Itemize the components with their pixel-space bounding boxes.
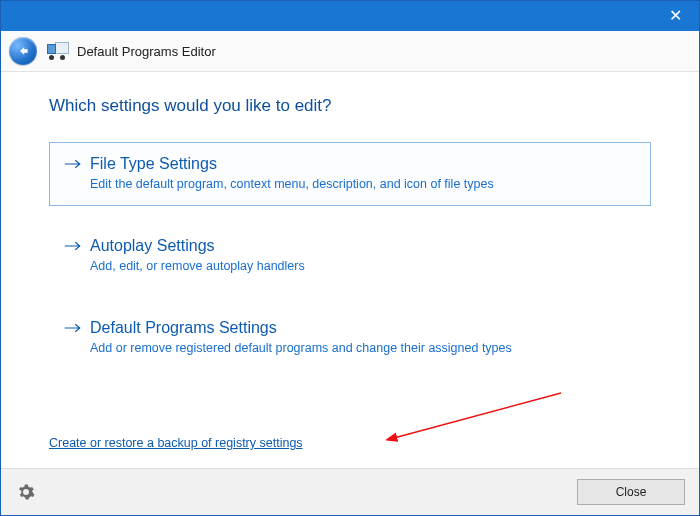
option-file-type-settings[interactable]: File Type Settings Edit the default prog… (49, 142, 651, 206)
svg-line-0 (394, 393, 561, 438)
gear-icon (17, 483, 35, 501)
option-default-programs-settings[interactable]: Default Programs Settings Add or remove … (49, 306, 651, 370)
backup-link[interactable]: Create or restore a backup of registry s… (49, 436, 303, 450)
arrow-right-icon (64, 237, 84, 256)
option-autoplay-settings[interactable]: Autoplay Settings Add, edit, or remove a… (49, 224, 651, 288)
back-button[interactable] (9, 37, 37, 65)
close-button-label: Close (616, 485, 647, 499)
close-button[interactable]: Close (577, 479, 685, 505)
arrow-right-icon (64, 155, 84, 174)
window-close-button[interactable]: ✕ (655, 2, 695, 30)
settings-gear-button[interactable] (15, 481, 37, 503)
option-title: File Type Settings (90, 155, 636, 173)
main-content: Which settings would you like to edit? F… (1, 72, 699, 468)
app-truck-icon (45, 42, 69, 60)
footer: Close (1, 468, 699, 515)
app-window: ✕ Default Programs Editor Which settings… (0, 0, 700, 516)
option-title: Autoplay Settings (90, 237, 636, 255)
option-desc: Add or remove registered default program… (90, 341, 636, 355)
header-band: Default Programs Editor (1, 31, 699, 72)
option-desc: Add, edit, or remove autoplay handlers (90, 259, 636, 273)
back-arrow-icon (16, 44, 30, 58)
titlebar: ✕ (1, 1, 699, 31)
option-desc: Edit the default program, context menu, … (90, 177, 636, 191)
close-icon: ✕ (669, 8, 682, 24)
annotation-arrow (386, 388, 566, 448)
app-title: Default Programs Editor (77, 44, 216, 59)
arrow-right-icon (64, 319, 84, 338)
page-heading: Which settings would you like to edit? (49, 96, 651, 116)
option-title: Default Programs Settings (90, 319, 636, 337)
